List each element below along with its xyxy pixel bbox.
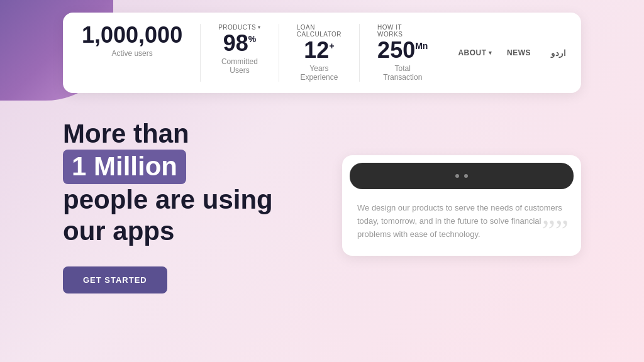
committed-users-label: Committed Users xyxy=(218,57,261,75)
stat-active-users: 1,000,000 Active users xyxy=(82,24,201,82)
loan-calculator-tag: LOAN CALCULATOR xyxy=(297,24,341,38)
get-started-button[interactable]: GET STARTED xyxy=(63,266,167,293)
products-chevron-icon: ▾ xyxy=(258,25,261,30)
nav-card: 1,000,000 Active users PRODUCTS ▾ 98% Co… xyxy=(63,13,581,93)
quote-icon: ”” xyxy=(541,216,569,246)
years-experience-label: Years Experience xyxy=(297,64,341,82)
years-experience-number: 12+ xyxy=(304,39,334,62)
about-chevron-icon: ▾ xyxy=(489,50,492,56)
stat-committed-users: PRODUCTS ▾ 98% Committed Users xyxy=(201,24,279,82)
committed-users-number: 98% xyxy=(223,32,257,55)
card-description: We design our products to serve the need… xyxy=(357,202,566,241)
hero-title-line1: More than 1 Million people are using our… xyxy=(63,118,304,248)
total-transaction-label: Total Transaction xyxy=(377,64,428,82)
card-dot-1 xyxy=(455,174,459,178)
hero-section: More than 1 Million people are using our… xyxy=(0,93,644,293)
stats-row: 1,000,000 Active users PRODUCTS ▾ 98% Co… xyxy=(82,24,445,82)
card-body: We design our products to serve the need… xyxy=(342,189,581,256)
nav-news[interactable]: NEWS xyxy=(507,48,531,57)
card-header xyxy=(350,163,574,189)
hero-text: More than 1 Million people are using our… xyxy=(63,118,304,293)
card-dot-2 xyxy=(464,174,468,178)
active-users-label: Active users xyxy=(111,49,152,58)
active-users-number: 1,000,000 xyxy=(82,24,182,47)
nav-menu: ABOUT ▾ NEWS اردو xyxy=(458,48,566,58)
how-it-works-tag: HOW IT WORKS xyxy=(377,24,428,38)
stat-total-transaction: HOW IT WORKS 250Mn Total Transaction xyxy=(360,24,445,82)
hero-card: We design our products to serve the need… xyxy=(342,155,581,256)
stat-years-experience: LOAN CALCULATOR 12+ Years Experience xyxy=(279,24,360,82)
total-transaction-number: 250Mn xyxy=(377,39,428,62)
nav-about[interactable]: ABOUT ▾ xyxy=(458,48,492,57)
nav-urdu[interactable]: اردو xyxy=(551,48,566,58)
hero-highlight: 1 Million xyxy=(63,150,186,184)
